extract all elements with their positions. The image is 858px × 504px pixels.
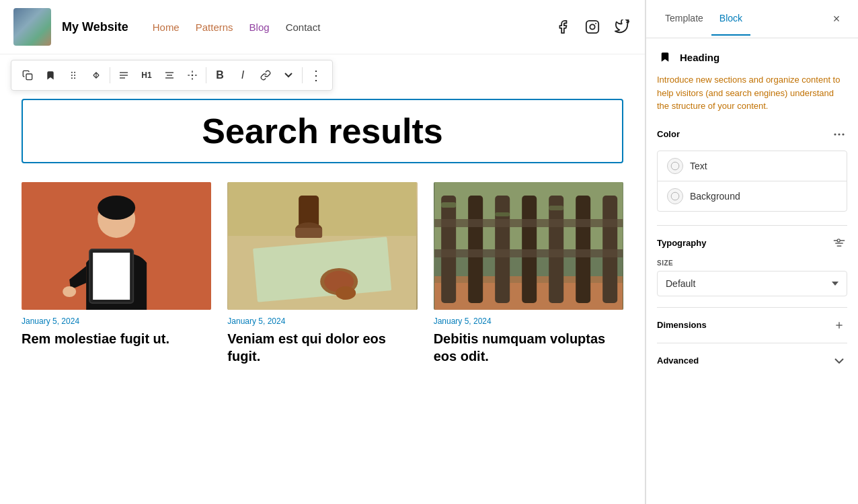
svg-point-7	[74, 75, 75, 76]
svg-rect-50	[441, 202, 456, 208]
advanced-toggle-btn[interactable]	[831, 353, 847, 369]
color-section-header: Color	[657, 126, 847, 142]
toolbar-bookmark-btn[interactable]	[40, 65, 61, 86]
post-title-2: Veniam est qui dolor eos fugit.	[227, 330, 417, 365]
dimensions-section-title: Dimensions	[657, 320, 707, 330]
sidebar-body: Heading Introduce new sections and organ…	[646, 38, 858, 504]
color-options: Text Background	[657, 151, 847, 212]
post-date-1: January 5, 2024	[22, 317, 211, 326]
canvas-area: My Website Home Patterns Blog Contact	[0, 0, 646, 504]
toolbar-divider-2	[206, 67, 206, 83]
heading-block[interactable]: Search results	[22, 99, 623, 163]
twitter-icon[interactable]	[613, 17, 631, 36]
nav-patterns[interactable]: Patterns	[196, 22, 233, 33]
svg-rect-0	[586, 21, 598, 33]
svg-point-23	[98, 196, 135, 220]
svg-rect-51	[495, 212, 510, 216]
post-card-2: January 5, 2024 Veniam est qui dolor eos…	[227, 182, 417, 365]
sidebar: Template Block × Heading Introduce new s…	[646, 0, 858, 504]
svg-rect-49	[434, 249, 623, 257]
text-color-label: Text	[690, 161, 707, 171]
nav-home[interactable]: Home	[153, 22, 180, 33]
tab-template[interactable]: Template	[657, 2, 711, 36]
sidebar-header: Template Block ×	[646, 0, 858, 38]
dimensions-add-btn[interactable]	[831, 317, 847, 333]
toolbar-divider-1	[110, 67, 110, 83]
svg-point-4	[71, 72, 73, 73]
color-background-option[interactable]: Background	[658, 181, 847, 211]
site-header: My Website Home Patterns Blog Contact	[0, 0, 645, 54]
heading-block-icon	[657, 49, 673, 65]
facebook-icon[interactable]	[553, 17, 572, 36]
svg-point-27	[63, 286, 76, 297]
svg-point-9	[74, 77, 75, 79]
block-name-section: Heading	[657, 49, 847, 65]
size-label: SIZE	[657, 259, 847, 267]
block-description: Introduce new sections and organize cont…	[657, 73, 847, 113]
color-section-title: Color	[657, 129, 680, 139]
svg-point-53	[834, 133, 836, 135]
typography-controls	[831, 235, 847, 251]
svg-point-55	[842, 133, 844, 135]
svg-rect-48	[434, 219, 623, 227]
site-nav: Home Patterns Blog Contact	[153, 22, 543, 33]
post-date-3: January 5, 2024	[434, 317, 623, 326]
toolbar-text-align-btn[interactable]	[159, 65, 180, 86]
nav-contact[interactable]: Contact	[286, 22, 321, 33]
background-color-swatch	[667, 188, 683, 204]
toolbar-link-btn[interactable]	[255, 65, 276, 86]
svg-point-56	[671, 162, 679, 170]
typography-section-header: Typography	[657, 225, 847, 251]
block-toolbar: H1 B I ⋮	[11, 60, 333, 91]
block-name-label: Heading	[680, 52, 719, 63]
svg-point-54	[838, 133, 840, 135]
post-date-2: January 5, 2024	[227, 317, 417, 326]
color-text-option[interactable]: Text	[658, 151, 847, 181]
sidebar-close-btn[interactable]: ×	[826, 8, 847, 30]
post-image-2	[227, 182, 417, 310]
advanced-section-header: Advanced	[657, 343, 847, 378]
size-dropdown[interactable]: Default	[657, 271, 847, 296]
toolbar-crosshair-btn[interactable]	[182, 65, 203, 86]
toolbar-italic-btn[interactable]: I	[232, 65, 254, 86]
svg-rect-3	[26, 74, 32, 80]
svg-point-57	[671, 192, 679, 200]
svg-point-8	[71, 77, 73, 79]
post-card-1: January 5, 2024 Rem molestiae fugit ut.	[22, 182, 211, 365]
toolbar-bold-btn[interactable]: B	[209, 65, 231, 86]
svg-rect-52	[549, 206, 563, 210]
toolbar-drag-btn[interactable]	[63, 65, 84, 86]
post-card-3: January 5, 2024 Debitis numquam voluptas…	[434, 182, 623, 365]
toolbar-dropdown-btn[interactable]	[278, 65, 299, 86]
svg-rect-35	[295, 228, 322, 238]
post-grid: January 5, 2024 Rem molestiae fugit ut.	[22, 182, 623, 365]
site-title: My Website	[62, 20, 128, 34]
post-image-3	[434, 182, 623, 310]
post-title-3: Debitis numquam voluptas eos odit.	[434, 330, 623, 365]
toolbar-h1-btn[interactable]: H1	[136, 65, 157, 86]
toolbar-more-btn[interactable]: ⋮	[305, 65, 327, 86]
post-image-1	[22, 182, 211, 310]
post-title-1: Rem molestiae fugit ut.	[22, 330, 211, 347]
heading-text: Search results	[39, 111, 606, 151]
svg-point-2	[595, 23, 596, 24]
color-more-btn[interactable]	[831, 126, 847, 142]
toolbar-copy-btn[interactable]	[17, 65, 38, 86]
svg-point-6	[71, 75, 73, 76]
svg-rect-26	[93, 253, 130, 300]
typography-filter-btn[interactable]	[831, 235, 847, 251]
text-color-swatch	[667, 158, 683, 174]
nav-blog[interactable]: Blog	[249, 22, 270, 33]
instagram-icon[interactable]	[583, 17, 602, 36]
toolbar-divider-3	[302, 67, 303, 83]
toolbar-align-btn[interactable]	[113, 65, 134, 86]
advanced-section-title: Advanced	[657, 355, 699, 366]
dimensions-section-header: Dimensions	[657, 307, 847, 343]
svg-point-61	[837, 239, 840, 241]
toolbar-move-vertical-btn[interactable]	[85, 65, 107, 86]
svg-point-16	[192, 75, 192, 75]
site-logo	[13, 8, 51, 46]
tab-block[interactable]: Block	[711, 2, 750, 36]
svg-point-5	[74, 72, 75, 73]
background-color-label: Background	[690, 191, 740, 202]
